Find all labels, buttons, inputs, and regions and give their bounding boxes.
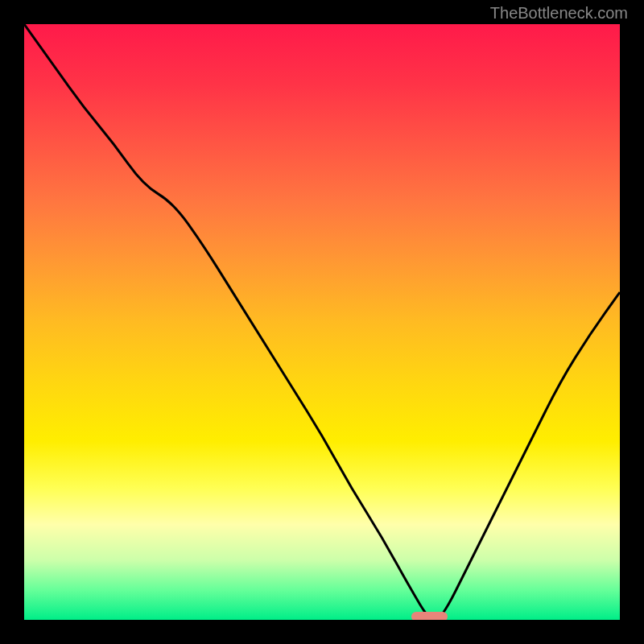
bottleneck-curve [24, 24, 620, 620]
chart-area [24, 24, 620, 620]
optimal-marker [411, 612, 448, 620]
watermark-text: TheBottleneck.com [490, 4, 628, 23]
